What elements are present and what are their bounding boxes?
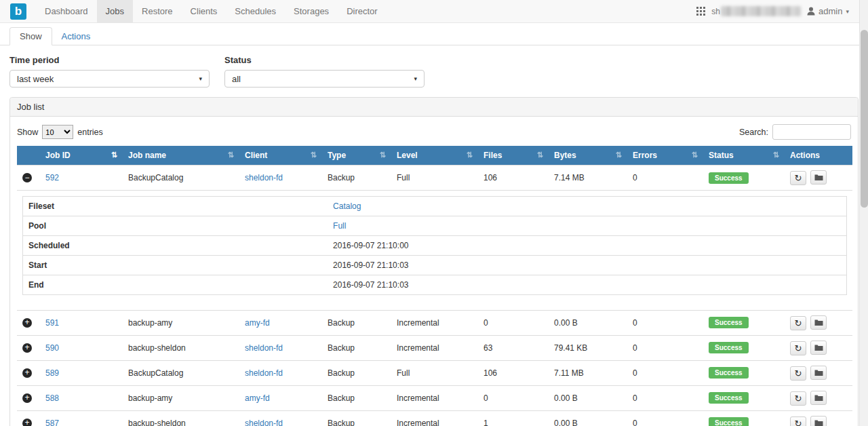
nav-item-label: Clients — [191, 6, 218, 16]
restart-job-button[interactable]: ↻ — [790, 171, 806, 185]
search-input[interactable] — [772, 124, 851, 140]
header-label: Bytes — [554, 151, 576, 160]
page-tabs: Show Actions — [0, 23, 868, 45]
expand-row-button[interactable]: + — [22, 393, 32, 403]
header-client[interactable]: ⇅Client — [239, 146, 322, 166]
job-name: backup-amy — [128, 393, 172, 403]
header-errors[interactable]: ⇅Errors — [627, 146, 703, 166]
user-caret-icon: ▾ — [846, 8, 849, 15]
detail-value: 2016-09-07 21:10:03 — [333, 280, 408, 290]
nav-item-clients[interactable]: Clients — [182, 0, 226, 22]
time-period-value: last week — [17, 74, 54, 84]
job-files-button[interactable] — [810, 416, 827, 426]
tab-show[interactable]: Show — [9, 27, 52, 45]
job-files-button[interactable] — [810, 366, 827, 380]
job-files-button[interactable] — [810, 341, 827, 355]
job-name: BackupCatalog — [128, 368, 183, 378]
expand-row-button[interactable]: + — [22, 343, 32, 353]
restart-job-button[interactable]: ↻ — [790, 366, 806, 381]
restart-job-button[interactable]: ↻ — [790, 417, 806, 426]
header-actions: Actions — [785, 146, 852, 166]
pool-link[interactable]: Full — [333, 221, 346, 231]
client-link[interactable]: amy-fd — [245, 393, 270, 403]
job-id-link[interactable]: 588 — [45, 393, 59, 403]
nav-item-director[interactable]: Director — [338, 0, 387, 22]
header-label: Job name — [128, 151, 166, 160]
nav-item-jobs[interactable]: Jobs — [97, 0, 133, 22]
expand-row-button[interactable]: + — [22, 368, 32, 378]
tab-show-label: Show — [20, 31, 42, 41]
nav-item-schedules[interactable]: Schedules — [226, 0, 285, 22]
page-length-control: Show 10 entries — [17, 125, 103, 139]
restart-job-button[interactable]: ↻ — [790, 391, 806, 406]
detail-label: End — [23, 275, 328, 295]
job-type: Backup — [328, 173, 355, 182]
client-link[interactable]: sheldon-fd — [245, 419, 283, 426]
job-errors: 0 — [633, 173, 637, 182]
client-link[interactable]: amy-fd — [245, 318, 270, 328]
restart-icon: ↻ — [795, 393, 802, 404]
navbar-right: sh admin ▾ — [696, 0, 868, 22]
expand-row-button[interactable]: + — [22, 419, 32, 426]
client-link[interactable]: sheldon-fd — [245, 368, 283, 378]
restart-job-button[interactable]: ↻ — [790, 316, 806, 330]
job-files-button[interactable] — [810, 391, 827, 405]
nav-item-storages[interactable]: Storages — [285, 0, 338, 22]
user-menu[interactable]: admin ▾ — [807, 6, 849, 16]
status-badge: Success — [709, 392, 749, 404]
nav-item-restore[interactable]: Restore — [133, 0, 182, 22]
restart-job-button[interactable]: ↻ — [790, 341, 806, 355]
header-job-id[interactable]: ⇅Job ID — [40, 146, 123, 166]
status-select[interactable]: all ▾ — [224, 70, 425, 88]
sort-icon: ⇅ — [537, 151, 543, 159]
client-link[interactable]: sheldon-fd — [245, 343, 283, 353]
client-link[interactable]: sheldon-fd — [245, 173, 283, 182]
job-id-link[interactable]: 587 — [45, 419, 59, 426]
detail-value: 2016-09-07 21:10:03 — [333, 260, 408, 270]
job-bytes: 0.00 B — [554, 393, 578, 403]
expand-row-button[interactable]: + — [22, 318, 32, 328]
time-period-select[interactable]: last week ▾ — [9, 70, 210, 88]
job-id-link[interactable]: 592 — [45, 173, 59, 182]
job-level: Full — [397, 173, 410, 182]
job-id-link[interactable]: 591 — [45, 318, 59, 328]
vertical-scrollbar[interactable] — [859, 0, 868, 426]
header-label: Errors — [633, 151, 657, 160]
sort-icon: ⇅ — [380, 151, 386, 159]
table-row: + 588 backup-amy amy-fd Backup Increment… — [17, 385, 852, 410]
folder-icon — [814, 419, 823, 426]
host-selector[interactable]: sh — [711, 6, 801, 16]
fileset-link[interactable]: Catalog — [333, 201, 361, 211]
job-files: 0 — [484, 318, 488, 328]
scrollbar-thumb[interactable] — [861, 30, 868, 208]
sort-icon: ⇅ — [111, 151, 117, 159]
header-bytes[interactable]: ⇅Bytes — [549, 146, 627, 166]
restart-icon: ↻ — [795, 368, 802, 379]
jobs-table: ⇅Job ID ⇅Job name ⇅Client ⇅Type ⇅Level ⇅… — [17, 146, 852, 426]
job-level: Incremental — [397, 393, 439, 403]
folder-icon — [814, 344, 823, 351]
chevron-down-icon: ▾ — [199, 75, 202, 82]
header-level[interactable]: ⇅Level — [391, 146, 478, 166]
job-id-link[interactable]: 590 — [45, 343, 59, 353]
job-files: 63 — [484, 343, 492, 353]
sort-icon: ⇅ — [311, 151, 317, 159]
restart-icon: ↻ — [795, 419, 802, 426]
tab-actions[interactable]: Actions — [52, 28, 100, 45]
host-grid-icon[interactable] — [696, 7, 705, 16]
app-logo[interactable]: b — [10, 3, 26, 20]
job-files-button[interactable] — [810, 315, 827, 330]
job-files-button[interactable] — [810, 170, 827, 185]
detail-value: 2016-09-07 21:10:00 — [333, 241, 408, 250]
job-id-link[interactable]: 589 — [45, 368, 59, 378]
header-job-name[interactable]: ⇅Job name — [123, 146, 239, 166]
header-type[interactable]: ⇅Type — [322, 146, 391, 166]
entries-select[interactable]: 10 — [42, 125, 73, 139]
header-status[interactable]: ⇅Status — [703, 146, 785, 166]
detail-row-fileset: Fileset Catalog — [23, 197, 847, 216]
collapse-row-button[interactable]: − — [22, 173, 32, 182]
nav-item-dashboard[interactable]: Dashboard — [36, 0, 97, 22]
top-navbar: b Dashboard Jobs Restore Clients Schedul… — [0, 0, 868, 23]
panel-title: Job list — [10, 98, 858, 117]
header-files[interactable]: ⇅Files — [478, 146, 549, 166]
